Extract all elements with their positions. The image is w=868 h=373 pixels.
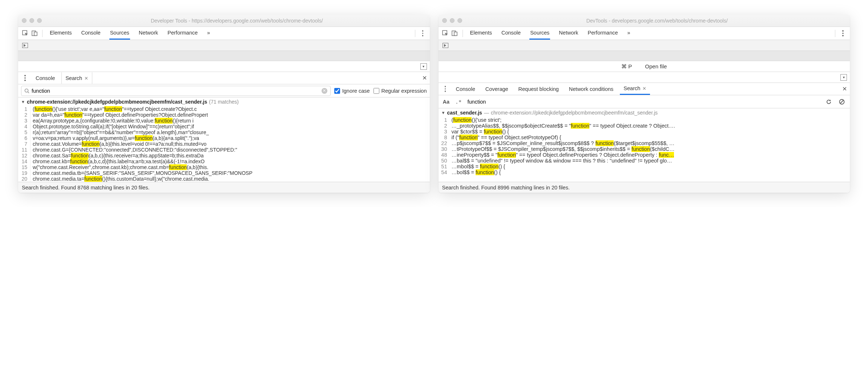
result-line[interactable]: 20chrome.cast.media.ta=function(){this.c…: [18, 176, 430, 182]
window-controls[interactable]: [22, 18, 42, 23]
drawer-tab-console[interactable]: Console: [32, 72, 58, 84]
min-traffic[interactable]: [29, 18, 34, 23]
result-file-header[interactable]: ▼ cast_sender.js — chrome-extension://pk…: [439, 108, 850, 117]
result-line[interactable]: 15w("chrome.cast.Receiver",chrome.cast.k…: [18, 164, 430, 170]
result-line[interactable]: 12chrome.cast.Sa=function(a,b,c){this.re…: [18, 153, 430, 159]
regex-checkbox[interactable]: Regular expression: [374, 88, 427, 94]
search-box[interactable]: ✕: [21, 86, 331, 96]
search-input[interactable]: [32, 88, 319, 94]
result-line[interactable]: 1(function(){'use strict';: [439, 117, 850, 123]
max-traffic[interactable]: [37, 18, 42, 23]
inspect-icon[interactable]: [441, 29, 449, 37]
disclosure-triangle-icon[interactable]: ▼: [441, 111, 445, 115]
drawer-tab-network-conditions[interactable]: Network conditions: [565, 83, 617, 95]
result-line[interactable]: 1(function(){'use strict';var e,aa="func…: [18, 106, 430, 112]
drawer-tab-request-blocking[interactable]: Request blocking: [515, 83, 562, 95]
line-code: w("chrome.cast.Receiver",chrome.cast.kb)…: [31, 164, 208, 170]
line-number: 8: [439, 135, 449, 140]
result-line[interactable]: 22…p$jscomp$7$$ = $JSCompiler_inline_res…: [439, 140, 850, 146]
line-code: var $ctor$$ = function() {: [449, 129, 509, 135]
close-traffic[interactable]: [442, 18, 447, 23]
line-code: …tPrototypeOf$$ = $JSCompiler_temp$jscom…: [449, 146, 675, 152]
result-line[interactable]: 30…tPrototypeOf$$ = $JSCompiler_temp$jsc…: [439, 146, 850, 152]
tab-performance[interactable]: Performance: [587, 27, 619, 40]
regex-icon[interactable]: .*: [455, 99, 461, 105]
drawer-tab-console[interactable]: Console: [452, 83, 479, 95]
tab-network[interactable]: Network: [558, 27, 579, 40]
result-line[interactable]: 8if ("function" == typeof Object.setProt…: [439, 135, 850, 140]
device-toggle-icon[interactable]: [31, 29, 39, 37]
result-line[interactable]: 2var da=h,ea="function"==typeof Object.d…: [18, 112, 430, 118]
tab-sources[interactable]: Sources: [109, 27, 130, 40]
result-line[interactable]: 11chrome.cast.G={CONNECTED:"connected",D…: [18, 147, 430, 153]
drawer-kebab[interactable]: [441, 85, 449, 93]
tab-console[interactable]: Console: [501, 27, 521, 40]
line-number: 2: [439, 123, 449, 129]
svg-line-11: [840, 100, 844, 103]
result-line[interactable]: 7chrome.cast.Volume=function(a,b){this.l…: [18, 141, 430, 147]
toggle-pane-icon[interactable]: [840, 74, 847, 81]
ignore-case-checkbox[interactable]: Ignore case: [334, 88, 370, 94]
window-controls[interactable]: [442, 18, 462, 23]
toggle-pane-icon[interactable]: [420, 63, 427, 70]
result-line[interactable]: 3ea(Array.prototype,a,{configurable:!0,w…: [18, 118, 430, 124]
status-bar: Search finished. Found 8768 matching lin…: [18, 182, 430, 193]
drawer-tab-search[interactable]: Search ✕: [61, 72, 92, 84]
tab-sources[interactable]: Sources: [529, 27, 550, 40]
result-file-header[interactable]: ▼ chrome-extension://pkedcjkdefgpdelpbcm…: [18, 97, 430, 106]
result-lines: 1(function(){'use strict';2…_prototypeAl…: [439, 117, 850, 175]
tab-console[interactable]: Console: [80, 27, 101, 40]
titlebar[interactable]: Developer Tools - https://developers.goo…: [18, 15, 430, 27]
result-line[interactable]: 3var $ctor$$ = function() {: [439, 129, 850, 135]
tab-performance[interactable]: Performance: [167, 27, 198, 40]
result-line[interactable]: 6v=oa:v=pa;return v.apply(null,arguments…: [18, 135, 430, 141]
result-line[interactable]: 48…ineProperty$$ = "function" == typeof …: [439, 152, 850, 158]
ignore-case-input[interactable]: [334, 88, 340, 94]
tab-elements[interactable]: Elements: [49, 27, 72, 40]
navigator-toggle-icon[interactable]: [441, 41, 449, 49]
result-line[interactable]: 5r(a);return"array"==b||"object"==b&&"nu…: [18, 129, 430, 135]
max-traffic[interactable]: [457, 18, 462, 23]
result-line[interactable]: 2…_prototypeAlias$$, $$jscomp$objectCrea…: [439, 123, 850, 129]
refresh-icon[interactable]: [825, 99, 832, 105]
settings-kebab[interactable]: [839, 29, 847, 37]
quick-open-shortcut: ⌘ P: [621, 63, 632, 70]
tabs-overflow[interactable]: »: [627, 27, 631, 40]
titlebar[interactable]: DevTools - developers.google.com/web/too…: [439, 15, 850, 27]
drawer-close-icon[interactable]: ✕: [842, 85, 847, 92]
disclosure-triangle-icon[interactable]: ▼: [21, 100, 25, 104]
regex-input[interactable]: [374, 88, 379, 94]
device-toggle-icon[interactable]: [451, 29, 459, 37]
result-line[interactable]: 4Object.prototype.toString.call(a);if("[…: [18, 124, 430, 129]
tab-elements[interactable]: Elements: [469, 27, 493, 40]
drawer-close-icon[interactable]: ✕: [422, 75, 427, 81]
clear-icon[interactable]: [838, 99, 845, 105]
drawer-tab-coverage[interactable]: Coverage: [482, 83, 512, 95]
main-toolbar: Elements Console Sources Network Perform…: [18, 27, 430, 40]
result-line[interactable]: 19chrome.cast.media.tb={SANS_SERIF:"SANS…: [18, 170, 430, 176]
result-line[interactable]: 14chrome.cast.kb=function(a,b,c,d){this.…: [18, 159, 430, 164]
close-icon[interactable]: ✕: [642, 86, 646, 91]
search-input[interactable]: [468, 99, 819, 105]
ignore-case-label: Ignore case: [342, 88, 370, 94]
devtools-window-new: DevTools - developers.google.com/web/too…: [439, 15, 850, 193]
drawer-kebab[interactable]: [21, 74, 29, 82]
navigator-toggle-icon[interactable]: [21, 41, 29, 49]
tabs-overflow[interactable]: »: [206, 27, 211, 40]
result-line[interactable]: 51…mbol$$ = function() {: [439, 164, 850, 169]
svg-rect-2: [34, 32, 37, 36]
search-box[interactable]: [468, 99, 819, 105]
close-icon[interactable]: ✕: [84, 76, 88, 81]
settings-kebab[interactable]: [419, 29, 427, 37]
drawer-tab-search[interactable]: Search ✕: [620, 83, 650, 95]
result-line[interactable]: 54…bol$$ = function() {: [439, 169, 850, 175]
min-traffic[interactable]: [450, 18, 455, 23]
inspect-icon[interactable]: [21, 29, 29, 37]
result-line[interactable]: 50…bal$$ = "undefined" != typeof window …: [439, 158, 850, 164]
clear-input-icon[interactable]: ✕: [322, 88, 327, 94]
tab-network[interactable]: Network: [138, 27, 159, 40]
line-code: chrome.cast.media.ta=function(){this.cus…: [31, 176, 209, 182]
match-case-icon[interactable]: Aa: [443, 99, 450, 105]
close-traffic[interactable]: [22, 18, 27, 23]
line-number: 51: [439, 164, 449, 169]
